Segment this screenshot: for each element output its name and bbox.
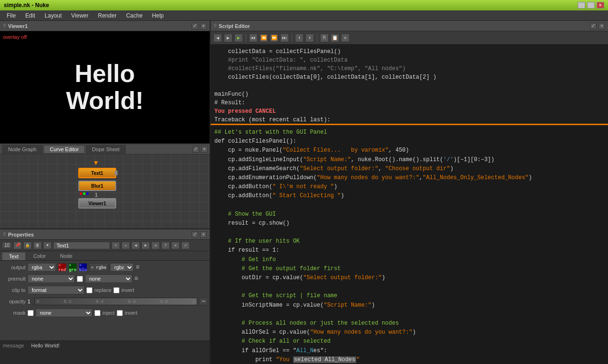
output-line-8: You pressed CANCEL [214, 107, 604, 116]
script-input[interactable]: ## Let's start with the GUI Panel def co… [211, 125, 608, 364]
script-copy-button[interactable]: ⎘ [320, 34, 329, 42]
replace-checkbox[interactable] [86, 287, 92, 293]
props-expand-button[interactable]: ⤢ [181, 242, 190, 249]
script-close-button[interactable]: ✕ [599, 23, 605, 29]
script-forward-button[interactable]: ▶ [224, 34, 232, 42]
replace-label: replace [94, 287, 111, 293]
node-text1[interactable]: Text1 [78, 168, 116, 178]
props-tab-color[interactable]: Color [27, 252, 52, 260]
properties-title: Properties [8, 232, 34, 237]
props-content: output rgba ✕ red ✕ grn ✕ blu ✕ rgba rgb… [0, 261, 210, 340]
close-button[interactable]: ✕ [597, 2, 604, 9]
script-step-fwd-button[interactable]: ⏩ [270, 34, 278, 42]
tab-curve-editor[interactable]: Curve Editor [44, 145, 85, 154]
mask-checkbox[interactable] [28, 310, 34, 316]
output-mode-dropdown[interactable]: rgba.▾ [110, 263, 134, 272]
message-text: Hello World! [31, 343, 60, 348]
viewer-float-button[interactable]: ⤢ [192, 23, 198, 29]
props-trash-button[interactable]: 🗑 [33, 242, 42, 249]
props-reset-button[interactable]: ↺ [151, 242, 160, 249]
tab-dope-sheet[interactable]: Dope Sheet [86, 145, 126, 154]
script-sep3 [317, 34, 317, 42]
output-line-4: collectFiles(collectData[0], collectData… [214, 73, 604, 82]
props-close-button[interactable]: ✕ [200, 231, 207, 238]
code-line-1: ## Let's start with the GUI Panel [214, 128, 604, 137]
props-tab-text[interactable]: Text [2, 252, 26, 260]
menu-render[interactable]: Render [93, 11, 121, 20]
props-help-button[interactable]: ? [161, 242, 170, 249]
props-edit1-button[interactable]: ✎ [111, 242, 120, 249]
node-arrow: ▼ [94, 159, 98, 167]
premult-menu-btn[interactable]: ≡ [134, 275, 138, 282]
props-next-button[interactable]: ▶ [141, 242, 150, 249]
output-dropdown[interactable]: rgba [28, 263, 56, 272]
code-line-4: cp.addSingleLineInput("Script Name:", nu… [214, 155, 604, 164]
script-output[interactable]: collectData = collectFilesPanel() #print… [211, 45, 608, 125]
mask-label: mask [2, 310, 26, 316]
script-editor-controls: ⤢ ✕ [590, 23, 605, 29]
menu-layout[interactable]: Layout [40, 11, 66, 20]
mask-invert-checkbox[interactable] [117, 310, 123, 316]
menu-file[interactable]: File [2, 11, 20, 20]
props-tabs: Text Color Node [0, 251, 210, 261]
mask-dropdown[interactable]: none [36, 309, 92, 317]
code-line-19: # Get the script | file name [214, 291, 604, 300]
premult-dropdown2[interactable]: none [85, 274, 132, 283]
script-step-back-button[interactable]: ⏪ [259, 34, 268, 42]
props-lock-button[interactable]: 🔒 [23, 242, 32, 249]
script-run-button[interactable]: ▶ [234, 34, 243, 42]
script-rewind-button[interactable]: ⏮ [249, 34, 258, 42]
node-float-button[interactable]: ⤢ [193, 146, 199, 153]
props-prev-button[interactable]: ◀ [131, 242, 140, 249]
script-back-button[interactable]: ◀ [213, 34, 222, 42]
props-float-button[interactable]: ⤢ [192, 231, 198, 238]
rgba-btn[interactable]: ✕ rgba [89, 263, 108, 272]
props-tab-node[interactable]: Node [53, 252, 79, 260]
red-btn[interactable]: ✕ red [58, 263, 66, 272]
mask-invert-label: invert [125, 310, 138, 316]
code-line-18 [214, 282, 604, 291]
minimize-button[interactable]: — [578, 2, 585, 9]
inject-checkbox[interactable] [94, 310, 101, 316]
node-viewer1[interactable]: Viewer1 [78, 198, 116, 209]
props-down-button[interactable]: ▼ [43, 242, 52, 249]
maximize-button[interactable]: □ [587, 2, 595, 9]
props-x-button[interactable]: ✕ [171, 242, 180, 249]
script-editor-title: Script Editor [219, 23, 250, 29]
code-line-3: cp = nuke.Panel("Collect Files... by var… [214, 146, 604, 155]
blue-btn[interactable]: ✕ blu [79, 263, 87, 272]
left-panel: ⠿ Viewer1 ⤢ ✕ overlay off HelloWorld! No… [0, 21, 211, 364]
green-btn[interactable]: ✕ grn [68, 263, 77, 272]
main-layout: ⠿ Viewer1 ⤢ ✕ overlay off HelloWorld! No… [0, 21, 608, 364]
code-line-6: cp.addEnumerationPulldown("How many node… [214, 173, 604, 182]
node-content[interactable]: ▼ Text1 Blur1 1 [0, 155, 210, 228]
opacity-curve-btn[interactable]: 〜 [199, 298, 208, 305]
message-label: message [3, 343, 24, 348]
script-download-button[interactable]: ⬇ [305, 34, 314, 42]
menu-cache[interactable]: Cache [121, 11, 147, 20]
tab-node-graph[interactable]: Node Graph [2, 145, 43, 154]
opacity-slider[interactable]: 00.20.40.60.81 [34, 298, 197, 305]
script-paste-button[interactable]: 📋 [331, 34, 339, 42]
clipto-dropdown[interactable]: format [28, 286, 84, 294]
menu-viewer[interactable]: Viewer [66, 11, 93, 20]
script-end-button[interactable]: ⏭ [280, 34, 289, 42]
props-edit2-button[interactable]: ✏ [121, 242, 130, 249]
props-pin-button[interactable]: 📌 [13, 242, 22, 249]
premult-checkbox[interactable] [77, 276, 83, 282]
script-clear-button[interactable]: ✕ [341, 34, 350, 42]
code-line-23: allOrSel = cp.value("How many nodes do y… [214, 328, 604, 337]
node-close-button[interactable]: ✕ [201, 146, 208, 153]
menu-help[interactable]: Help [147, 11, 169, 20]
premult-dropdown1[interactable]: none [28, 274, 75, 283]
node-blur1[interactable]: Blur1 [78, 181, 116, 191]
script-float-button[interactable]: ⤢ [590, 23, 597, 29]
output-menu-btn[interactable]: ≡ [136, 264, 139, 271]
menu-edit[interactable]: Edit [20, 11, 40, 20]
viewer-close-button[interactable]: ✕ [200, 23, 207, 29]
viewer-title: Viewer1 [8, 23, 28, 29]
invert-checkbox[interactable] [113, 287, 120, 293]
node-name-input[interactable] [53, 242, 110, 249]
script-upload-button[interactable]: ⬆ [295, 34, 304, 42]
output-label: output [2, 264, 26, 270]
